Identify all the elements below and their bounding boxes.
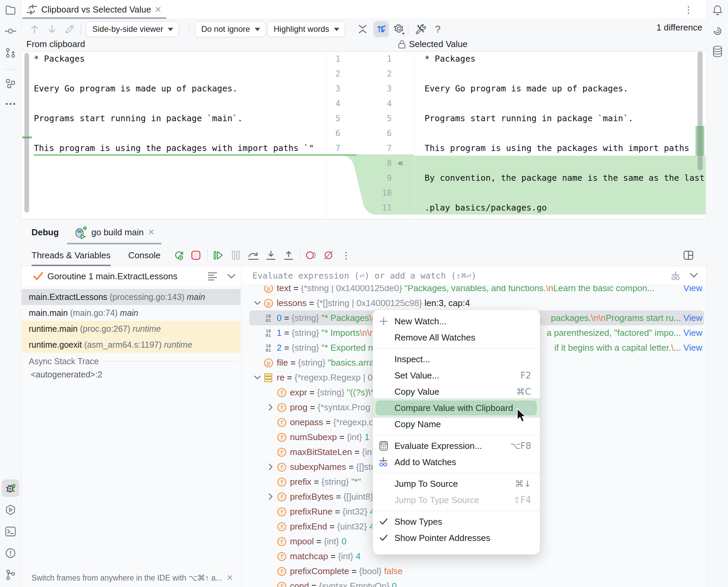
menu-item-show-types[interactable]: Show Types [373, 514, 540, 530]
variable-row-prefixComplete[interactable]: fprefixComplete = {bool} false [242, 564, 706, 579]
frame-row-runtime.main[interactable]: runtime.main (proc.go:267) runtime [22, 321, 241, 337]
debug-session-tab-close-icon[interactable]: ✕ [148, 227, 155, 237]
variable-cell: fmatchcap = {int} 4 [264, 549, 361, 564]
left-pane-scrollbar[interactable] [24, 53, 29, 213]
rail-debug-button[interactable] [2, 479, 19, 497]
rail-notifications-button[interactable] [709, 1, 726, 19]
collapse-unchanged-icon[interactable] [355, 21, 370, 37]
debug-more-kebab-icon[interactable]: ⋮ [338, 247, 354, 263]
go-build-icon [74, 225, 87, 239]
step-out-icon[interactable] [281, 247, 296, 263]
tree-chevron-down-icon[interactable] [251, 375, 264, 380]
variable-row-lessons[interactable]: plessons = {*[]string | 0x14000125c98} l… [242, 296, 706, 310]
rail-terminal-button[interactable] [2, 523, 19, 540]
variable-kind-p-icon: p [264, 358, 273, 367]
previous-difference-icon[interactable] [27, 21, 42, 37]
step-into-icon[interactable] [263, 247, 279, 263]
sync-scrolling-toggle[interactable] [373, 21, 389, 37]
frame-row-main.main[interactable]: main.main (main.go:74) main [22, 305, 241, 321]
menu-item-jump-to-source[interactable]: Jump To Source⌘↓ [373, 476, 540, 492]
evaluate-expression-bar[interactable]: Evaluate expression (⏎) or add a watch (… [242, 266, 706, 285]
variable-value-part: = [309, 581, 319, 587]
diff-right-pane[interactable]: * PackagesEvery Go program is made up of… [414, 51, 706, 219]
svg-text:f: f [280, 583, 283, 587]
menu-item-new-watch[interactable]: New Watch... [373, 313, 540, 329]
view-value-link[interactable]: View [681, 343, 702, 353]
menu-item-label: Evaluate Expression... [394, 441, 482, 451]
watches-history-chevron-icon[interactable] [689, 273, 698, 278]
tree-chevron-right-icon[interactable] [264, 463, 277, 471]
menu-item-add-to-watches[interactable]: Add to Watches [373, 454, 540, 470]
variable-value-part: Programs start ru [606, 313, 674, 323]
view-breakpoints-icon[interactable] [303, 247, 319, 263]
pause-program-icon[interactable] [228, 247, 244, 263]
menu-item-remove-all-watches[interactable]: Remove All Watches [373, 329, 540, 346]
rail-services-button[interactable] [2, 501, 19, 519]
menu-item-set-value[interactable]: Set Value...F2 [373, 367, 540, 384]
tab-close-icon[interactable]: ✕ [155, 5, 162, 15]
menu-item-label: Inspect... [394, 354, 430, 365]
debug-session-tab[interactable]: go build main ✕ [67, 220, 161, 244]
frames-header-chevron-icon[interactable] [227, 274, 236, 279]
menu-item-show-pointer-addresses[interactable]: Show Pointer Addresses [373, 530, 540, 546]
diff-right-line: Every Go program is made up of packages. [425, 81, 628, 96]
frames-view-icon[interactable] [207, 272, 218, 281]
menu-check-icon [373, 518, 394, 525]
editor-options-kebab-icon[interactable]: ⋮ [682, 3, 695, 16]
ide-window: Clipboard vs Selected Value ✕ ⋮ Side-by-… [0, 0, 728, 587]
rail-more-tools-button[interactable] [2, 95, 19, 113]
rail-pull-requests-icon [5, 47, 16, 58]
tree-chevron-right-icon[interactable] [264, 404, 277, 411]
goroutine-header[interactable]: Goroutine 1 main.ExtractLessons [22, 266, 241, 286]
rail-commit-icon [5, 26, 16, 36]
stop-icon[interactable] [188, 247, 204, 263]
ignore-policy-dropdown[interactable]: Do not ignore [195, 21, 266, 37]
rail-problems-button[interactable] [2, 544, 19, 562]
rerun-debug-icon[interactable] [171, 247, 187, 263]
view-value-link[interactable]: View [681, 328, 702, 338]
right-pane-scrollbar[interactable] [698, 51, 703, 170]
rail-project-folder-button[interactable] [2, 1, 19, 19]
menu-item-compare-value-with-clipboard[interactable]: Compare Value with Clipboard [373, 400, 540, 416]
tree-chevron-down-icon[interactable] [251, 301, 264, 305]
tree-chevron-right-icon[interactable] [264, 493, 277, 500]
menu-item-copy-value[interactable]: Copy Value⌘C [373, 384, 540, 400]
menu-item-inspect[interactable]: Inspect... [373, 351, 540, 367]
diff-right-line-number: 1 [358, 51, 392, 66]
tab-console[interactable]: Console [128, 244, 160, 266]
rail-database-button[interactable] [709, 43, 726, 60]
menu-item-evaluate-expression[interactable]: Evaluate Expression...⌥F8 [373, 438, 540, 454]
next-difference-icon[interactable] [45, 21, 60, 37]
variable-row-cond[interactable]: fcond = {syntax.EmptyOp} 0 [242, 579, 706, 587]
edit-icon[interactable] [62, 21, 77, 37]
step-over-icon[interactable] [246, 247, 261, 263]
rail-pull-requests-button[interactable] [2, 44, 19, 62]
rail-structure-button[interactable] [2, 75, 19, 92]
tab-threads-and-variables[interactable]: Threads & Variables [31, 244, 111, 266]
diff-left-pane[interactable]: * PackagesEvery Go program is made up of… [22, 51, 326, 219]
view-value-link[interactable]: View [681, 313, 702, 323]
add-watch-icon[interactable] [670, 271, 681, 282]
frame-row-main.ExtractLessons[interactable]: main.ExtractLessons (processing.go:143) … [22, 289, 241, 305]
svg-text:p: p [267, 300, 270, 306]
diff-left-line-number: 4 [306, 96, 340, 111]
frame-row-runtime.goexit[interactable]: runtime.goexit (asm_arm64.s:1197) runtim… [22, 337, 241, 353]
menu-item-copy-name[interactable]: Copy Name [373, 416, 540, 432]
menu-item-jump-to-type-source[interactable]: Jump To Type Source⇧F4 [373, 492, 540, 508]
highlight-mode-dropdown[interactable]: Highlight words [267, 21, 345, 37]
resume-program-icon[interactable] [210, 247, 226, 263]
help-icon[interactable]: ? [430, 21, 445, 37]
menu-item-shortcut: ⇧F4 [513, 495, 531, 505]
rail-ai-assistant-button[interactable] [709, 22, 726, 40]
diff-fold-marker[interactable]: « [398, 156, 411, 171]
rail-commit-button[interactable] [2, 22, 19, 40]
layout-settings-icon[interactable] [681, 247, 696, 263]
mute-breakpoints-icon[interactable] [321, 247, 336, 263]
rail-version-control-button[interactable] [2, 566, 19, 584]
diff-settings-gear-icon[interactable] [392, 21, 407, 37]
tab-clipboard-vs-selected-value[interactable]: Clipboard vs Selected Value ✕ [22, 0, 166, 19]
viewer-mode-dropdown[interactable]: Side-by-side viewer [86, 21, 179, 37]
external-tools-icon[interactable] [413, 21, 428, 37]
frame-row-autogenerated[interactable]: <autogenerated>:2 [31, 370, 102, 379]
frames-hint-close-icon[interactable]: ✕ [226, 573, 233, 583]
